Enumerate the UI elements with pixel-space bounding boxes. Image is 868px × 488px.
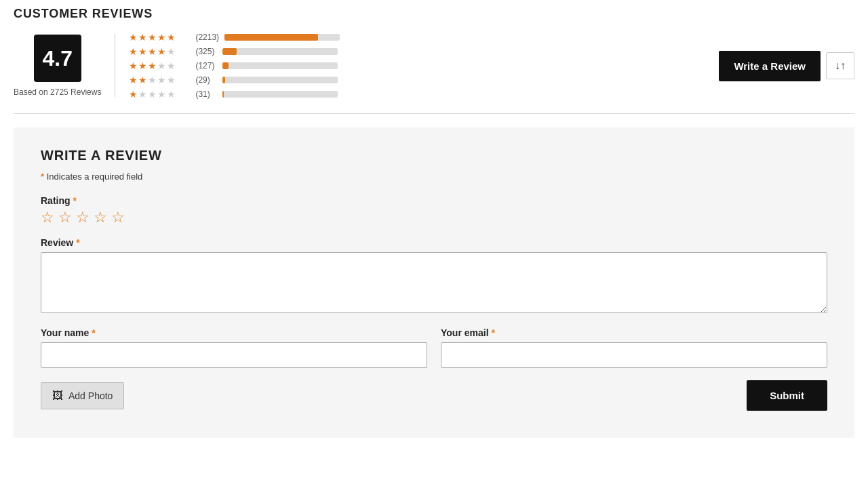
rating-bar-row: ★★★★★(29) bbox=[129, 75, 705, 85]
star-icon: ★ bbox=[129, 32, 138, 43]
star-icon: ★ bbox=[167, 75, 176, 85]
write-review-button[interactable]: Write a Review bbox=[719, 51, 821, 81]
write-review-section: WRITE A REVIEW * Indicates a required fi… bbox=[14, 127, 854, 438]
required-note: * Indicates a required field bbox=[41, 171, 827, 182]
star-icon: ★ bbox=[167, 60, 176, 71]
review-label: Review * bbox=[41, 237, 827, 248]
bar-track bbox=[222, 91, 338, 98]
divider bbox=[14, 113, 854, 114]
star-4[interactable]: ☆ bbox=[94, 210, 107, 225]
star-icon: ★ bbox=[148, 89, 157, 100]
required-star: * bbox=[41, 171, 44, 182]
star-icon: ★ bbox=[167, 32, 176, 43]
bar-count: (325) bbox=[195, 47, 217, 56]
rating-bar-row: ★★★★★(2213) bbox=[129, 32, 705, 43]
star-display: ★★★★★ bbox=[129, 32, 190, 43]
star-icon: ★ bbox=[167, 89, 176, 100]
star-display: ★★★★★ bbox=[129, 89, 190, 100]
star-rating-input[interactable]: ☆ ☆ ☆ ☆ ☆ bbox=[41, 210, 827, 225]
star-icon: ★ bbox=[138, 75, 147, 85]
rating-based-on: Based on 2725 Reviews bbox=[14, 87, 101, 97]
form-actions: 🖼 Add Photo Submit bbox=[41, 380, 827, 411]
photo-icon: 🖼 bbox=[52, 390, 63, 402]
bar-track bbox=[224, 34, 340, 41]
bar-fill bbox=[224, 34, 318, 41]
bar-track bbox=[222, 48, 338, 55]
star-icon: ★ bbox=[148, 46, 157, 57]
section-title: CUSTOMER REVIEWS bbox=[14, 7, 854, 21]
star-icon: ★ bbox=[129, 89, 138, 100]
star-icon: ★ bbox=[157, 60, 166, 71]
rating-label: Rating * bbox=[41, 195, 827, 206]
rating-score: 4.7 bbox=[34, 35, 81, 82]
bar-count: (2213) bbox=[195, 33, 219, 42]
name-label: Your name * bbox=[41, 327, 427, 338]
email-input[interactable] bbox=[441, 342, 827, 368]
sort-button[interactable]: ↓↑ bbox=[826, 52, 854, 79]
star-2[interactable]: ☆ bbox=[58, 210, 72, 225]
star-icon: ★ bbox=[129, 75, 138, 85]
star-display: ★★★★★ bbox=[129, 46, 190, 57]
star-icon: ★ bbox=[138, 32, 147, 43]
rating-bars: ★★★★★(2213)★★★★★(325)★★★★★(127)★★★★★(29)… bbox=[129, 32, 705, 100]
star-icon: ★ bbox=[157, 89, 166, 100]
star-icon: ★ bbox=[148, 32, 157, 43]
star-1[interactable]: ☆ bbox=[41, 210, 54, 225]
star-5[interactable]: ☆ bbox=[111, 210, 125, 225]
submit-button[interactable]: Submit bbox=[747, 380, 827, 411]
email-field-group: Your email * bbox=[441, 327, 827, 368]
form-title: WRITE A REVIEW bbox=[41, 148, 827, 163]
bar-fill bbox=[222, 48, 236, 55]
rating-bar-row: ★★★★★(127) bbox=[129, 60, 705, 71]
star-3[interactable]: ☆ bbox=[76, 210, 90, 225]
review-field-group: Review * bbox=[41, 237, 827, 315]
bar-count: (29) bbox=[195, 75, 217, 85]
rating-field-group: Rating * ☆ ☆ ☆ ☆ ☆ bbox=[41, 195, 827, 225]
star-icon: ★ bbox=[157, 46, 166, 57]
bar-fill bbox=[222, 77, 224, 83]
star-display: ★★★★★ bbox=[129, 75, 190, 85]
bar-fill bbox=[222, 62, 229, 69]
rating-score-block: 4.7 Based on 2725 Reviews bbox=[14, 35, 115, 97]
star-icon: ★ bbox=[157, 75, 166, 85]
bar-track bbox=[222, 62, 338, 69]
name-email-row: Your name * Your email * bbox=[41, 327, 827, 368]
star-icon: ★ bbox=[129, 46, 138, 57]
add-photo-label: Add Photo bbox=[68, 390, 113, 401]
bar-count: (31) bbox=[195, 89, 217, 99]
bar-fill bbox=[222, 91, 224, 98]
star-icon: ★ bbox=[157, 32, 166, 43]
add-photo-button[interactable]: 🖼 Add Photo bbox=[41, 382, 124, 409]
review-actions: Write a Review ↓↑ bbox=[719, 51, 854, 81]
star-icon: ★ bbox=[129, 60, 138, 71]
rating-summary: 4.7 Based on 2725 Reviews ★★★★★(2213)★★★… bbox=[14, 32, 854, 100]
name-field-group: Your name * bbox=[41, 327, 427, 368]
star-icon: ★ bbox=[138, 46, 147, 57]
star-display: ★★★★★ bbox=[129, 60, 190, 71]
bar-count: (127) bbox=[195, 61, 217, 70]
star-icon: ★ bbox=[148, 75, 157, 85]
email-label: Your email * bbox=[441, 327, 827, 338]
review-textarea[interactable] bbox=[41, 252, 827, 313]
star-icon: ★ bbox=[138, 60, 147, 71]
rating-bar-row: ★★★★★(31) bbox=[129, 89, 705, 100]
star-icon: ★ bbox=[167, 46, 176, 57]
bar-track bbox=[222, 77, 338, 83]
name-input[interactable] bbox=[41, 342, 427, 368]
star-icon: ★ bbox=[138, 89, 147, 100]
rating-bar-row: ★★★★★(325) bbox=[129, 46, 705, 57]
star-icon: ★ bbox=[148, 60, 157, 71]
